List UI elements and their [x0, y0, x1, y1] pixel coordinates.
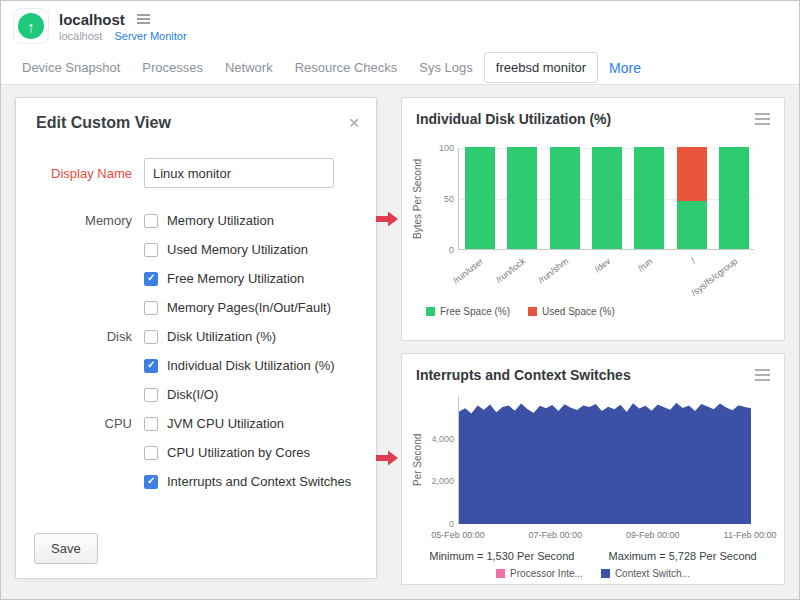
- y-tick-label: 0: [426, 245, 454, 255]
- bar-free-space: [677, 201, 707, 249]
- bar-free-space: [719, 147, 749, 249]
- tab-freebsd-monitor[interactable]: freebsd monitor: [484, 52, 598, 83]
- option-checkbox[interactable]: [144, 272, 158, 286]
- y-tick-label: 2,000: [420, 476, 454, 486]
- y-tick-label: 0: [420, 519, 454, 529]
- y-axis-label: Per Second: [412, 396, 423, 524]
- option-label: Disk Utilization (%): [167, 329, 276, 344]
- display-name-input[interactable]: [144, 158, 334, 188]
- legend-item: Free Space (%): [426, 306, 510, 317]
- chart-title: Individual Disk Utilization (%): [416, 111, 611, 127]
- option-label: Memory Utilization: [167, 213, 274, 228]
- y-axis-label: Bytes Per Second: [412, 148, 423, 250]
- chart-legend: Processor Inte...Context Switch...: [402, 568, 784, 579]
- content-area: Edit Custom View ✕ Display Name MemoryMe…: [1, 85, 799, 599]
- option-label: Free Memory Utilization: [167, 271, 304, 286]
- red-arrow-icon: [375, 210, 399, 228]
- tab-processes[interactable]: Processes: [131, 53, 214, 82]
- option-checkbox[interactable]: [144, 214, 158, 228]
- legend-item: Context Switch...: [601, 568, 690, 579]
- header: ↑ localhost localhost Server Monitor: [1, 1, 799, 51]
- option-label: Disk(I/O): [167, 387, 218, 402]
- option-label: Individual Disk Utilization (%): [167, 358, 335, 373]
- bar-free-space: [592, 147, 622, 249]
- disk-chart-plot: [458, 148, 754, 250]
- bar-free-space: [465, 147, 495, 249]
- y-tick-label: 50: [426, 194, 454, 204]
- option-row: MemoryMemory Utilization: [16, 206, 376, 235]
- tab-device-snapshot[interactable]: Device Snapshot: [11, 53, 131, 82]
- monitor-tile: ↑: [13, 8, 49, 44]
- option-label: Interrupts and Context Switches: [167, 474, 351, 489]
- legend-item: Used Space (%): [528, 306, 615, 317]
- group-label: Memory: [16, 213, 144, 228]
- x-tick-label: 05-Feb 00:00: [423, 530, 493, 540]
- option-row: Used Memory Utilization: [16, 235, 376, 264]
- option-row: DiskDisk Utilization (%): [16, 322, 376, 351]
- display-name-label: Display Name: [16, 166, 144, 181]
- min-max-summary: Minimum = 1,530 Per Second Maximum = 5,7…: [402, 550, 784, 562]
- app-window: ↑ localhost localhost Server Monitor Dev…: [0, 0, 800, 600]
- option-row: Disk(I/O): [16, 380, 376, 409]
- option-checkbox[interactable]: [144, 301, 158, 315]
- header-text: localhost localhost Server Monitor: [59, 11, 187, 42]
- close-icon[interactable]: ✕: [348, 115, 360, 131]
- tab-sys-logs[interactable]: Sys Logs: [408, 53, 483, 82]
- modal-title: Edit Custom View: [36, 114, 171, 132]
- option-label: JVM CPU Utilization: [167, 416, 284, 431]
- option-row: Memory Pages(In/Out/Fault): [16, 293, 376, 322]
- option-checkbox[interactable]: [144, 388, 158, 402]
- option-row: Free Memory Utilization: [16, 264, 376, 293]
- server-monitor-link[interactable]: Server Monitor: [114, 30, 186, 42]
- legend-item: Processor Inte...: [496, 568, 583, 579]
- chart-legend: Free Space (%)Used Space (%): [426, 306, 615, 317]
- monitor-status-up-icon: ↑: [18, 13, 44, 39]
- option-row: Individual Disk Utilization (%): [16, 351, 376, 380]
- tab-resource-checks[interactable]: Resource Checks: [284, 53, 409, 82]
- option-checkbox[interactable]: [144, 359, 158, 373]
- display-name-row: Display Name: [16, 158, 376, 188]
- metric-options-list: MemoryMemory UtilizationUsed Memory Util…: [16, 206, 376, 496]
- x-tick-label: 09-Feb 00:00: [618, 530, 688, 540]
- option-checkbox[interactable]: [144, 417, 158, 431]
- nav-tabs: Device SnapshotProcessesNetworkResource …: [1, 51, 799, 85]
- option-label: Used Memory Utilization: [167, 242, 308, 257]
- y-tick-label: 4,000: [420, 434, 454, 444]
- chart-title: Interrupts and Context Switches: [416, 367, 631, 383]
- option-row: Interrupts and Context Switches: [16, 467, 376, 496]
- option-label: CPU Utilization by Cores: [167, 445, 310, 460]
- chart-menu-icon[interactable]: [755, 367, 770, 381]
- option-checkbox[interactable]: [144, 475, 158, 489]
- red-arrow-icon: [375, 449, 399, 467]
- bar-used-space: [677, 147, 707, 201]
- option-row: CPUJVM CPU Utilization: [16, 409, 376, 438]
- group-label: CPU: [16, 416, 144, 431]
- header-menu-icon[interactable]: [137, 14, 150, 24]
- host-title: localhost: [59, 11, 125, 28]
- bar-free-space: [550, 147, 580, 249]
- minimum-value: Minimum = 1,530 Per Second: [429, 550, 574, 562]
- disk-utilization-card: Individual Disk Utilization (%) Bytes Pe…: [401, 97, 785, 341]
- host-subtitle: localhost: [59, 30, 102, 42]
- maximum-value: Maximum = 5,728 Per Second: [608, 550, 756, 562]
- option-label: Memory Pages(In/Out/Fault): [167, 300, 331, 315]
- x-tick-label: 07-Feb 00:00: [520, 530, 590, 540]
- tab-network[interactable]: Network: [214, 53, 284, 82]
- edit-custom-view-modal: Edit Custom View ✕ Display Name MemoryMe…: [15, 97, 377, 579]
- option-checkbox[interactable]: [144, 330, 158, 344]
- save-button[interactable]: Save: [34, 533, 98, 564]
- option-row: CPU Utilization by Cores: [16, 438, 376, 467]
- group-label: Disk: [16, 329, 144, 344]
- option-checkbox[interactable]: [144, 446, 158, 460]
- bar-free-space: [634, 147, 664, 249]
- option-checkbox[interactable]: [144, 243, 158, 257]
- x-tick-label: 11-Feb 00:00: [715, 530, 785, 540]
- interrupts-chart-plot: [458, 396, 750, 524]
- tab-more[interactable]: More: [598, 53, 652, 83]
- interrupts-context-switches-card: Interrupts and Context Switches Per Seco…: [401, 353, 785, 585]
- y-tick-label: 100: [426, 143, 454, 153]
- chart-menu-icon[interactable]: [755, 111, 770, 125]
- bar-free-space: [507, 147, 537, 249]
